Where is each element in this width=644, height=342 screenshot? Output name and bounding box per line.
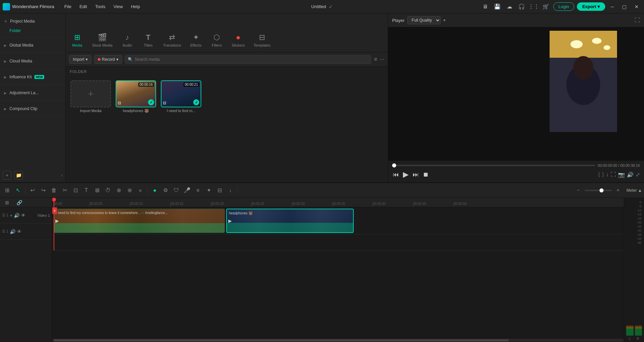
login-button[interactable]: Login xyxy=(553,2,574,11)
progress-bar[interactable] xyxy=(392,165,595,166)
menu-tools[interactable]: Tools xyxy=(92,3,109,10)
play-button[interactable]: ▶ xyxy=(402,169,409,180)
record-button[interactable]: Record ▾ xyxy=(94,55,122,64)
stop-button[interactable]: ⏹ xyxy=(422,170,430,179)
snap-button[interactable]: ● xyxy=(150,185,160,195)
track-clip-find[interactable]: ▶ I need to find my consciousness to lea… xyxy=(54,209,225,233)
tab-audio[interactable]: ♪ Audio xyxy=(117,30,138,50)
link-button[interactable]: 🔗 xyxy=(14,198,24,208)
full-screen-icon[interactable]: ⛶ xyxy=(611,172,616,178)
add-track-button[interactable]: ⊞ xyxy=(2,198,12,208)
track-eye-icon[interactable]: 👁 xyxy=(21,213,26,218)
menu-view[interactable]: View xyxy=(110,3,126,10)
media-item-headphones[interactable]: 00:00:16 ⊟ ✓ headphones 🐻 xyxy=(116,80,156,178)
out-point-icon[interactable]: } xyxy=(602,172,604,178)
tab-stickers[interactable]: ● Stickers xyxy=(228,30,249,50)
track-clip-headphones[interactable]: ▶ headphones 🐻 xyxy=(226,209,354,233)
redo-button[interactable]: ↪ xyxy=(38,185,48,195)
more-button[interactable]: » xyxy=(135,185,145,195)
grid-icon[interactable]: ⋮⋮ xyxy=(529,2,538,11)
import-button[interactable]: Import ▾ xyxy=(69,55,91,64)
save-icon[interactable]: 💾 xyxy=(493,2,502,11)
cloud-icon[interactable]: ☁ xyxy=(505,2,514,11)
zoom-in-button[interactable]: ＋ xyxy=(613,185,623,195)
import-track-button[interactable]: ↓ xyxy=(225,185,235,195)
menu-help[interactable]: Help xyxy=(127,3,143,10)
expand-icon[interactable]: ⤢ xyxy=(636,172,640,178)
tab-stock-media[interactable]: 🎬 Stock Media xyxy=(88,30,117,50)
search-box[interactable]: 🔍 xyxy=(125,55,372,64)
tab-media[interactable]: ⊞ Media xyxy=(67,30,87,50)
track-add-icon[interactable]: + xyxy=(10,213,12,218)
sidebar-folder-label[interactable]: Folder xyxy=(0,26,65,34)
skip-forward-button[interactable]: ⏭ xyxy=(412,170,419,179)
player-fullscreen-icon[interactable]: ⛶ xyxy=(635,17,640,23)
tab-titles[interactable]: T Titles xyxy=(138,30,158,50)
audio-icon[interactable]: 🔊 xyxy=(627,172,634,178)
sidebar-item-adjustment[interactable]: ▶ Adjustment La... xyxy=(0,88,65,98)
snapshot-icon[interactable]: 📷 xyxy=(618,172,625,178)
meter-bar-container xyxy=(626,246,642,337)
in-point-icon[interactable]: { xyxy=(598,172,600,178)
track-audio-icon2[interactable]: 🔊 xyxy=(10,229,16,234)
sidebar-item-influence-kit[interactable]: ▶ Influence Kit NEW xyxy=(0,72,65,82)
select-tool-button[interactable]: ↖ xyxy=(13,185,23,195)
import-plus-button[interactable]: + xyxy=(70,80,111,107)
mic-button[interactable]: 🎤 xyxy=(182,185,192,195)
effects-button[interactable]: ✦ xyxy=(204,185,214,195)
delete-button[interactable]: 🗑 xyxy=(49,185,59,195)
insert-icon[interactable]: ↓ xyxy=(606,172,609,178)
maximize-button[interactable]: ▢ xyxy=(619,4,629,9)
track-eye-icon2[interactable]: 👁 xyxy=(17,229,22,234)
monitor-icon[interactable]: 🖥 xyxy=(480,2,490,11)
magnet-button[interactable]: ⚙ xyxy=(160,185,171,195)
clock-button[interactable]: ⏱ xyxy=(103,185,113,195)
tab-templates[interactable]: ⊟ Templates xyxy=(250,30,274,50)
transform-button[interactable]: ⊠ xyxy=(92,185,102,195)
sidebar-item-compound-clip[interactable]: ▶ Compound Clip xyxy=(0,104,65,114)
search-input[interactable] xyxy=(135,57,369,62)
nested-button[interactable]: ⊟ xyxy=(214,185,225,195)
split-view-button[interactable]: ⊞ xyxy=(2,185,12,195)
media-item-find[interactable]: 00:00:21 ⊟ ✓ I need to find m... xyxy=(161,80,201,178)
tab-transitions[interactable]: ⇄ Transitions xyxy=(159,30,185,50)
import-media-item[interactable]: + Import Media xyxy=(70,80,111,178)
composite-button[interactable]: ⊗ xyxy=(114,185,124,195)
stabilize-button[interactable]: ⊕ xyxy=(124,185,135,195)
export-button[interactable]: Export ▾ xyxy=(577,2,605,11)
track-audio-icon[interactable]: 🔊 xyxy=(14,213,20,218)
tab-effects[interactable]: ✦ Effects xyxy=(186,30,206,50)
skip-back-button[interactable]: ⏮ xyxy=(392,170,400,179)
add-folder-button[interactable]: + xyxy=(3,171,11,180)
audio-headphone-icon[interactable]: 🎧 xyxy=(517,2,526,11)
tab-filters[interactable]: ⬡ Filters xyxy=(207,30,227,50)
media-thumb-find[interactable]: 00:00:21 ⊟ ✓ xyxy=(161,80,201,107)
zoom-slider[interactable] xyxy=(585,190,612,191)
meter-label[interactable]: Meter ▲ xyxy=(626,188,642,193)
timeline-playhead[interactable] xyxy=(54,198,54,207)
menu-file[interactable]: File xyxy=(61,3,75,10)
cut-button[interactable]: ✂ xyxy=(60,185,70,195)
scrollbar-track[interactable] xyxy=(54,339,622,341)
sidebar-item-project-media[interactable]: ▼ Project Media xyxy=(0,16,65,26)
sidebar-item-cloud-media[interactable]: ▶ Cloud Media xyxy=(0,56,65,66)
menu-edit[interactable]: Edit xyxy=(76,3,90,10)
shield-button[interactable]: 🛡 xyxy=(171,185,181,195)
undo-button[interactable]: ↩ xyxy=(27,185,37,195)
scrollbar-thumb[interactable] xyxy=(54,339,509,341)
close-button[interactable]: ✕ xyxy=(632,4,641,9)
tracks-button[interactable]: ≡ xyxy=(193,185,203,195)
crop-button[interactable]: ⊡ xyxy=(70,185,81,195)
media-thumb-headphones[interactable]: 00:00:16 ⊟ ✓ xyxy=(116,80,156,107)
sidebar-collapse-button[interactable]: ‹ xyxy=(61,173,63,178)
folder-button[interactable]: 📁 xyxy=(14,171,23,180)
sidebar-item-global-media[interactable]: ▶ Global Media xyxy=(0,40,65,50)
more-options-icon[interactable]: ··· xyxy=(380,56,384,62)
notification-icon[interactable]: 🛒 xyxy=(541,2,551,11)
filter-icon[interactable]: ≡ xyxy=(374,56,377,62)
minimize-button[interactable]: ─ xyxy=(608,4,617,9)
ruler-tick-15 xyxy=(170,205,171,207)
zoom-out-button[interactable]: － xyxy=(573,185,583,195)
quality-select[interactable]: Full Quality xyxy=(407,16,441,24)
text-button[interactable]: T xyxy=(81,185,91,195)
